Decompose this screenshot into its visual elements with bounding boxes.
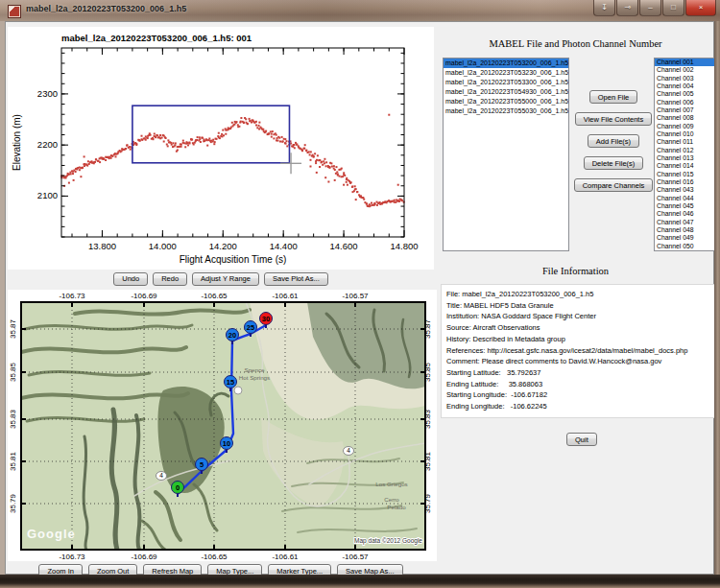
svg-text:-106.65: -106.65 (201, 292, 228, 300)
channel-list-item[interactable]: Channel 006 (655, 99, 714, 106)
svg-text:Pelado: Pelado (387, 504, 406, 510)
file-action-button[interactable]: Add File(s) (588, 134, 639, 148)
file-list-item[interactable]: mabel_l2a_20120223T055000_006_1.h5 (444, 97, 568, 106)
svg-text:4: 4 (159, 472, 163, 479)
route-shield: 4 (344, 447, 354, 456)
quit-button[interactable]: Quit (566, 433, 597, 446)
svg-text:14.200: 14.200 (209, 241, 237, 251)
file-information-box[interactable]: File: mabel_l2a_20120223T053200_006_1.h5… (441, 284, 718, 418)
channel-list-item[interactable]: Channel 046 (655, 210, 714, 218)
channel-list-item[interactable]: Channel 011 (655, 138, 714, 146)
file-action-button[interactable]: View File Contents (575, 112, 652, 126)
plot-toolbar-button[interactable]: Redo (153, 272, 187, 286)
channel-list-item[interactable]: Channel 013 (655, 154, 714, 162)
window-extra-button-2[interactable]: ⊸ (616, 0, 638, 16)
file-information-line: Institution: NASA Goddard Space Flight C… (446, 311, 715, 322)
channel-list-item[interactable]: Channel 008 (655, 114, 714, 122)
channel-list-item[interactable]: Channel 005 (655, 90, 714, 98)
channel-list-item[interactable]: Channel 003 (655, 75, 714, 82)
plot-axes (61, 48, 404, 237)
svg-text:2200: 2200 (37, 139, 58, 150)
window-frame-right (714, 21, 720, 575)
close-button[interactable]: × (685, 0, 716, 16)
elevation-plot-panel[interactable]: mabel_l2a_20120223T053200_006_1.h5: 0011… (8, 27, 434, 270)
channel-list-item[interactable]: Channel 004 (655, 82, 714, 90)
route-shield: 4 (156, 472, 167, 481)
flight-track-map[interactable]: -106.73-106.73-106.69-106.69-106.65-106.… (8, 290, 437, 561)
channel-list-item[interactable]: Channel 009 (655, 123, 714, 130)
client-area: mabel_l2a_20120223T053200_006_1.h5: 0011… (5, 21, 714, 575)
svg-text:-106.73: -106.73 (59, 292, 85, 300)
file-list-item[interactable]: mabel_l2a_20120223T055030_006_1.h5 (444, 106, 568, 116)
svg-text:35.79: 35.79 (9, 493, 17, 513)
channel-list-item[interactable]: Channel 048 (655, 226, 714, 234)
file-information-line: Source: Aircraft Observations (446, 322, 715, 334)
plot-toolbar-button[interactable]: Adjust Y Range (192, 272, 259, 286)
svg-text:15: 15 (227, 378, 234, 387)
app-icon (8, 5, 21, 18)
map-attribution: Map data ©2012 Google (354, 537, 422, 545)
window-controls: ↧ ⊸ – □ × (592, 0, 716, 16)
channel-list-item[interactable]: Channel 045 (655, 202, 714, 210)
plot-title: mabel_l2a_20120223T053200_006_1.h5: 001 (61, 33, 252, 43)
channel-list-item[interactable]: Channel 043 (655, 186, 714, 194)
channel-list-item[interactable]: Channel 012 (655, 147, 714, 154)
channel-list-item[interactable]: Channel 010 (655, 130, 714, 138)
channel-list-item[interactable]: Channel 047 (655, 219, 714, 226)
channel-list-item[interactable]: Channel 049 (655, 234, 714, 242)
title-bar[interactable]: mabel_l2a_20120223T053200_006_1.h5 ↧ ⊸ –… (0, 0, 720, 21)
svg-text:10: 10 (223, 439, 230, 448)
window-title: mabel_l2a_20120223T053200_006_1.h5 (26, 4, 186, 13)
svg-text:-106.69: -106.69 (131, 553, 157, 561)
svg-text:-106.73: -106.73 (59, 553, 85, 561)
file-action-button[interactable]: Compare Channels (574, 178, 654, 192)
channel-list-item[interactable]: Channel 002 (655, 66, 714, 74)
elevation-scatter-plot[interactable]: mabel_l2a_20120223T053200_006_1.h5: 0011… (8, 27, 434, 270)
map-panel[interactable]: -106.73-106.73-106.69-106.69-106.65-106.… (8, 290, 437, 561)
svg-text:-106.61: -106.61 (272, 292, 299, 300)
svg-text:-106.57: -106.57 (342, 292, 369, 300)
channel-list[interactable]: Channel 001Channel 002Channel 003Channel… (654, 58, 715, 251)
window-frame-bottom (0, 575, 720, 588)
file-information-line: Ending Longitude: -106.62245 (446, 401, 715, 412)
file-action-button[interactable]: Delete File(s) (584, 156, 644, 170)
minimize-button[interactable]: – (639, 0, 661, 16)
plot-toolbar-button[interactable]: Undo (113, 272, 148, 286)
file-buttons: Open FileView File ContentsAdd File(s)De… (574, 90, 653, 192)
plot-toolbar-button[interactable]: Save Plot As... (264, 272, 328, 286)
svg-text:14.600: 14.600 (330, 241, 358, 251)
svg-text:5: 5 (200, 460, 204, 469)
window-extra-button-1[interactable]: ↧ (593, 0, 615, 16)
y-axis-label: Elevation (m) (12, 114, 22, 171)
map-canvas[interactable]: SpenceHot SpringsLos GriegosCerroPelado4… (21, 302, 425, 550)
svg-text:Los Griegos: Los Griegos (375, 481, 407, 487)
channel-list-item[interactable]: Channel 015 (655, 171, 714, 178)
file-list[interactable]: mabel_l2a_20120223T053200_006_1.h5mabel_… (443, 58, 569, 251)
channel-list-item[interactable]: Channel 050 (655, 243, 714, 250)
svg-text:14.800: 14.800 (390, 241, 418, 251)
svg-text:20: 20 (228, 331, 236, 340)
channel-list-item[interactable]: Channel 001 (655, 59, 714, 66)
channel-list-item[interactable]: Channel 007 (655, 106, 714, 114)
channel-list-item[interactable]: Channel 044 (655, 195, 714, 202)
maximize-button[interactable]: □ (662, 0, 684, 16)
svg-text:35.87: 35.87 (9, 318, 17, 339)
file-list-item[interactable]: mabel_l2a_20120223T054930_006_1.h5 (444, 87, 568, 97)
svg-text:4: 4 (347, 447, 350, 454)
panel-header: MABEL File and Photon Channel Number (437, 38, 714, 49)
file-information-line: History: Described in Metadata group (446, 334, 715, 345)
file-information-lines: File: mabel_l2a_20120223T053200_006_1.h5… (446, 289, 715, 412)
file-list-item[interactable]: mabel_l2a_20120223T053230_006_1.h5 (444, 68, 568, 78)
file-list-item[interactable]: mabel_l2a_20120223T053200_006_1.h5 (444, 59, 568, 68)
crosshair-cursor (280, 153, 301, 174)
poi-marker[interactable] (234, 387, 242, 394)
file-information-line: Ending Latitude: 35.868063 (446, 379, 715, 390)
plot-toolbar: UndoRedoAdjust Y RangeSave Plot As... (8, 270, 434, 288)
svg-text:14.400: 14.400 (270, 241, 298, 251)
file-list-item[interactable]: mabel_l2a_20120223T053300_006_1.h5 (444, 78, 568, 87)
file-action-button[interactable]: Open File (589, 90, 638, 104)
svg-text:25: 25 (247, 323, 254, 332)
channel-list-item[interactable]: Channel 016 (655, 178, 714, 186)
svg-text:-106.69: -106.69 (131, 292, 157, 300)
channel-list-item[interactable]: Channel 014 (655, 162, 714, 170)
